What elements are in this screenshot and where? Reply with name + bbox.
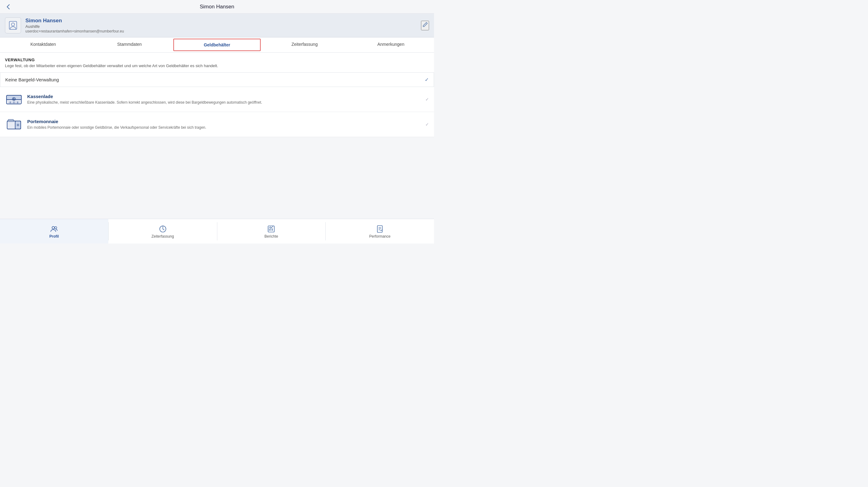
portemonnaie-item[interactable]: Portemonnaie Ein mobiles Portemonnaie od… xyxy=(0,112,434,137)
tab-stammdaten[interactable]: Stammdaten xyxy=(86,37,173,52)
tab-zeiterfassung[interactable]: Zeiterfassung xyxy=(261,37,348,52)
check-icon: ✓ xyxy=(425,77,429,83)
svg-rect-25 xyxy=(377,226,382,232)
berichte-nav-icon xyxy=(267,225,275,233)
nav-performance[interactable]: Performance xyxy=(326,219,434,244)
svg-rect-20 xyxy=(162,226,164,226)
option-label: Keine Bargeld-Verwaltung xyxy=(5,77,59,82)
profile-info: Simon Hansen Aushilfe userdoc+restaurant… xyxy=(25,18,124,33)
person-icon xyxy=(8,21,18,30)
svg-point-1 xyxy=(11,23,14,26)
profile-email: userdoc+restaurantamhafen+simonhansen@nu… xyxy=(25,29,124,33)
svg-rect-16 xyxy=(8,120,13,121)
tab-kontaktdaten[interactable]: Kontaktdaten xyxy=(0,37,86,52)
portemonnaie-icon-box xyxy=(5,117,23,132)
kassenlade-check-icon: ✓ xyxy=(425,97,429,102)
tab-geldbehaelter[interactable]: Geldbehälter xyxy=(173,39,261,51)
nav-berichte-label: Berichte xyxy=(265,234,278,238)
content-area: VERWALTUNG Lege fest, ob der Mitarbeiter… xyxy=(0,53,434,244)
back-button[interactable] xyxy=(5,3,12,10)
svg-point-18 xyxy=(55,226,57,229)
portemonnaie-title: Portemonnaie xyxy=(27,119,206,124)
kassenlade-content: Kassenlade Eine physikalische, meist ver… xyxy=(27,94,262,105)
nav-zeiterfassung-label: Zeiterfassung xyxy=(151,234,174,238)
kassenlade-item[interactable]: $ Kassenlade Eine physikalische, meist v… xyxy=(0,87,434,112)
profile-left: Simon Hansen Aushilfe userdoc+restaurant… xyxy=(5,17,124,33)
zeiterfassung-nav-icon xyxy=(159,225,167,233)
section-header: VERWALTUNG Lege fest, ob der Mitarbeiter… xyxy=(0,53,434,69)
kassenlade-icon-box: $ xyxy=(5,92,23,107)
section-description: Lege fest, ob der Mitarbeiter einen eige… xyxy=(5,63,429,68)
svg-text:$: $ xyxy=(13,97,14,100)
nav-zeiterfassung[interactable]: Zeiterfassung xyxy=(108,219,217,244)
page-wrapper: Simon Hansen Simon Hansen Aushilfe userd… xyxy=(0,0,434,244)
portemonnaie-check-icon: ✓ xyxy=(425,122,429,127)
options-list: Keine Bargeld-Verwaltung ✓ xyxy=(0,72,434,87)
kassenlade-desc: Eine physikalische, meist verschließbare… xyxy=(27,100,262,105)
portemonnaie-content: Portemonnaie Ein mobiles Portemonnaie od… xyxy=(27,119,206,130)
kassenlade-title: Kassenlade xyxy=(27,94,262,99)
bottom-nav: Profil Zeiterfassung Berichte xyxy=(0,219,434,244)
profil-nav-icon xyxy=(50,225,58,233)
top-header: Simon Hansen xyxy=(0,0,434,13)
nav-profil-label: Profil xyxy=(50,234,59,238)
section-title: VERWALTUNG xyxy=(5,58,429,62)
avatar xyxy=(5,17,21,33)
profile-name: Simon Hansen xyxy=(25,18,124,24)
portemonnaie-desc: Ein mobiles Portemonnaie oder sonstige G… xyxy=(27,125,206,130)
svg-point-17 xyxy=(52,226,55,229)
nav-performance-label: Performance xyxy=(369,234,391,238)
tab-anmerkungen[interactable]: Anmerkungen xyxy=(348,37,434,52)
performance-nav-icon xyxy=(376,225,384,233)
tab-bar: Kontaktdaten Stammdaten Geldbehälter Zei… xyxy=(0,37,434,53)
keine-bargeld-option[interactable]: Keine Bargeld-Verwaltung ✓ xyxy=(0,72,434,87)
profile-section: Simon Hansen Aushilfe userdoc+restaurant… xyxy=(0,13,434,37)
page-title: Simon Hansen xyxy=(200,4,234,10)
nav-berichte[interactable]: Berichte xyxy=(217,219,326,244)
kassenlade-icon: $ xyxy=(6,93,22,106)
portemonnaie-icon xyxy=(6,118,22,131)
main-content: VERWALTUNG Lege fest, ob der Mitarbeiter… xyxy=(0,53,434,137)
nav-profil[interactable]: Profil xyxy=(0,219,108,244)
profile-edit-button[interactable] xyxy=(421,21,429,30)
profile-role: Aushilfe xyxy=(25,24,124,29)
svg-point-14 xyxy=(18,125,19,126)
